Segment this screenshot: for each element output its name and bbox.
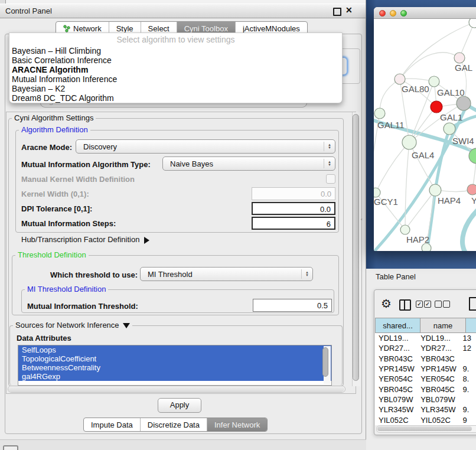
table-cell: 9. bbox=[459, 364, 476, 373]
column-header-shared[interactable]: shared... bbox=[375, 318, 420, 333]
table-hscrollbar-thumb[interactable] bbox=[377, 426, 472, 431]
export-table-icon[interactable] bbox=[469, 297, 476, 311]
network-canvas[interactable]: GALGAL80GAL10GAL1GAL11SWI4GAL4GCY1HAP4YH… bbox=[374, 19, 476, 251]
column-header-name[interactable]: name bbox=[420, 318, 466, 333]
maximize-icon[interactable] bbox=[333, 8, 341, 16]
table-panel-title: Table Panel bbox=[376, 272, 416, 281]
stepper-arrows-icon: ▲▼ bbox=[301, 269, 312, 279]
table-row[interactable]: YBR043CYBR043C bbox=[375, 354, 476, 364]
table-row[interactable]: YPR145WYPR145W9. bbox=[375, 364, 476, 374]
network-node-gal4[interactable] bbox=[402, 135, 416, 149]
table-row[interactable]: YER054CYER054C8. bbox=[375, 374, 476, 384]
table-row[interactable]: YBL079WYBL079W bbox=[375, 394, 476, 405]
data-attributes-list[interactable]: SelfLoopsTopologicalCoefficientBetweenne… bbox=[18, 345, 332, 386]
table-row[interactable]: YDL19...YDL19...13 bbox=[375, 333, 476, 343]
mi-threshold-input[interactable]: 0.5 bbox=[253, 299, 332, 312]
network-node-gal11[interactable] bbox=[374, 108, 385, 119]
table-cell: YBR043C bbox=[417, 354, 459, 363]
select-all-columns-icon[interactable]: ✓ bbox=[416, 301, 423, 308]
node-label-gal10: GAL10 bbox=[437, 87, 465, 97]
table-row[interactable]: YIL052CYIL052C9 bbox=[375, 415, 476, 425]
network-node[interactable] bbox=[469, 19, 476, 28]
network-node-hap2[interactable] bbox=[400, 225, 410, 234]
table-row[interactable]: YDR27...YDR27...12 bbox=[375, 343, 476, 353]
aracne-mode-label: Aracne Mode: bbox=[21, 143, 72, 152]
table-cell: YDL19... bbox=[375, 334, 417, 343]
algorithm-option-bayesian-hill-climbing[interactable]: Bayesian – Hill Climbing bbox=[9, 46, 342, 56]
gear-icon[interactable]: ⚙ bbox=[381, 296, 392, 311]
table-hscrollbar-track[interactable] bbox=[376, 425, 476, 433]
expander-right-icon bbox=[144, 237, 149, 244]
tab-infer-network[interactable]: Infer Network bbox=[207, 418, 267, 431]
stepper-arrows-icon: ▲▼ bbox=[324, 142, 335, 151]
table-cell: YER054C bbox=[417, 374, 459, 383]
table-row[interactable]: YBR045CYBR045C9. bbox=[375, 384, 476, 394]
network-node-gal80[interactable] bbox=[395, 74, 405, 84]
attribute-item-topologicalcoefficient[interactable]: TopologicalCoefficient bbox=[18, 354, 331, 363]
mi-type-label: Mutual Information Algorithm Type: bbox=[21, 160, 151, 169]
minimize-traffic-light-icon[interactable] bbox=[390, 10, 396, 17]
status-strip bbox=[0, 439, 366, 450]
table-cell: 9. bbox=[459, 385, 476, 394]
apply-button[interactable]: Apply bbox=[158, 398, 201, 413]
algorithm-option-mutual-information-inference[interactable]: Mutual Information Inference bbox=[9, 74, 342, 84]
attributes-scrollbar-thumb[interactable] bbox=[322, 347, 328, 377]
settings-vscrollbar-thumb[interactable] bbox=[353, 114, 359, 381]
settings-hscrollbar-thumb[interactable] bbox=[8, 386, 344, 392]
expander-down-icon bbox=[123, 323, 130, 328]
sources-expander[interactable]: Sources for Network Inference bbox=[13, 321, 132, 329]
network-node-gal10[interactable] bbox=[429, 76, 439, 87]
control-panel-titlebar[interactable]: Control Panel bbox=[0, 4, 366, 18]
tab-discretize-data[interactable]: Discretize Data bbox=[141, 418, 207, 431]
algorithm-option-dream8-dc-tdc-algorithm[interactable]: Dream8 DC_TDC Algorithm bbox=[9, 93, 342, 103]
table-cell: 9. bbox=[459, 405, 476, 414]
which-threshold-combo[interactable]: MI Threshold ▲▼ bbox=[140, 267, 313, 281]
hub-definition-expander[interactable]: Hub/Transcription Factor Definition bbox=[21, 235, 149, 244]
network-node-gcy1[interactable] bbox=[374, 188, 380, 197]
table-cell: YBR045C bbox=[375, 385, 417, 394]
tab-impute-data[interactable]: Impute Data bbox=[84, 418, 141, 431]
algorithm-option-aracne-algorithm[interactable]: ARACNE Algorithm bbox=[9, 65, 342, 74]
algorithm-option-bayesian-k2[interactable]: Bayesian – K2 bbox=[9, 84, 342, 93]
aracne-mode-combo[interactable]: Discovery ▲▼ bbox=[76, 139, 335, 154]
table-browser-window: ⚙ ✓ ✓ shared...nameA YDL19...YDL19...13Y… bbox=[374, 289, 476, 435]
kernel-width-input[interactable]: 0.0 bbox=[252, 187, 335, 200]
table-row[interactable]: YLR345WYLR345W9. bbox=[375, 405, 476, 415]
column-header-a[interactable]: A bbox=[466, 318, 476, 333]
deselect-all-columns-icon[interactable] bbox=[435, 301, 442, 308]
mi-type-combo[interactable]: Naive Bayes ▲▼ bbox=[162, 156, 335, 171]
zoom-traffic-light-icon[interactable] bbox=[400, 10, 407, 17]
network-window-titlebar[interactable] bbox=[374, 7, 476, 19]
mi-type-value: Naive Bayes bbox=[163, 159, 324, 168]
panel-resize-handle[interactable]: ‹ bbox=[361, 217, 363, 222]
close-icon[interactable]: ✕ bbox=[345, 5, 353, 15]
which-threshold-value: MI Threshold bbox=[141, 270, 301, 279]
network-node-swi4[interactable] bbox=[444, 123, 455, 135]
network-view-window[interactable]: GALGAL80GAL10GAL1GAL11SWI4GAL4GCY1HAP4YH… bbox=[374, 7, 476, 251]
attribute-item-selfloops[interactable]: SelfLoops bbox=[18, 345, 331, 354]
attribute-item-betweennesscentrality[interactable]: BetweennessCentrality bbox=[18, 363, 331, 372]
split-view-icon[interactable] bbox=[399, 299, 411, 311]
dpi-tolerance-input[interactable]: 0.0 bbox=[252, 202, 335, 215]
network-node-hap4[interactable] bbox=[429, 184, 441, 196]
network-node-y[interactable] bbox=[467, 184, 476, 195]
network-node-gal[interactable] bbox=[454, 53, 465, 63]
network-node-gal1[interactable] bbox=[431, 101, 442, 113]
network-graph: GALGAL80GAL10GAL1GAL11SWI4GAL4GCY1HAP4YH… bbox=[374, 19, 476, 251]
threshold-definition-title: Threshold Definition bbox=[15, 251, 89, 259]
manual-kernel-checkbox[interactable] bbox=[326, 174, 335, 184]
tab-label: Discretize Data bbox=[148, 420, 200, 429]
network-icon bbox=[63, 25, 70, 32]
deselect-all-columns-icon[interactable] bbox=[443, 301, 450, 308]
mi-steps-input[interactable]: 6 bbox=[252, 217, 335, 230]
algorithm-option-basic-correlation-inference[interactable]: Basic Correlation Inference bbox=[9, 56, 342, 65]
attribute-item-gal4rgexp[interactable]: gal4RGexp bbox=[18, 372, 331, 381]
kernel-width-label: Kernel Width (0,1): bbox=[21, 190, 89, 198]
tab-label: Infer Network bbox=[214, 420, 260, 429]
close-traffic-light-icon[interactable] bbox=[379, 10, 386, 17]
network-node[interactable] bbox=[457, 96, 471, 110]
partial-toolbar-button[interactable] bbox=[3, 445, 18, 450]
select-all-columns-icon[interactable]: ✓ bbox=[424, 301, 431, 308]
window-title: Control Panel bbox=[5, 6, 52, 15]
manual-kernel-label: Manual Kernel Width Definition bbox=[21, 175, 135, 184]
